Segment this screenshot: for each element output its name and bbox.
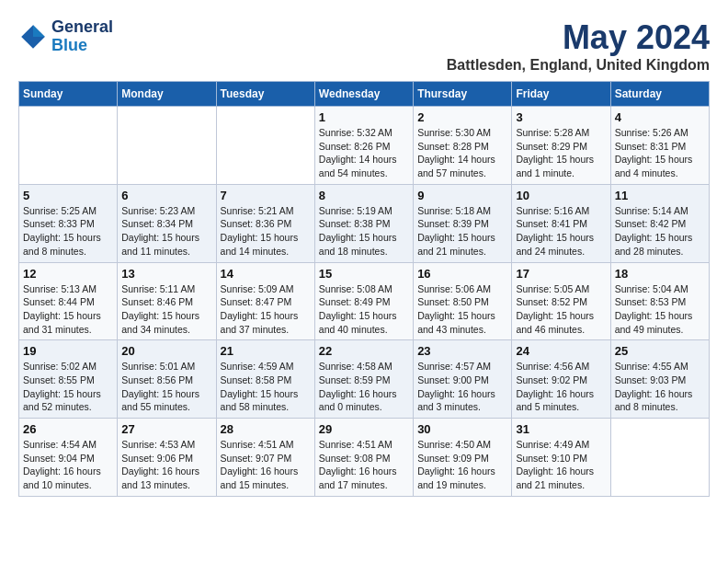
day-info: Sunrise: 5:18 AM Sunset: 8:39 PM Dayligh…: [417, 204, 507, 259]
day-info: Sunrise: 5:05 AM Sunset: 8:52 PM Dayligh…: [516, 282, 606, 337]
day-number: 16: [417, 267, 507, 281]
logo-icon: [18, 22, 48, 52]
day-info: Sunrise: 5:09 AM Sunset: 8:47 PM Dayligh…: [221, 282, 311, 337]
calendar-cell: 3Sunrise: 5:28 AM Sunset: 8:29 PM Daylig…: [512, 107, 610, 185]
day-info: Sunrise: 5:04 AM Sunset: 8:53 PM Dayligh…: [615, 282, 705, 337]
day-info: Sunrise: 4:51 AM Sunset: 9:08 PM Dayligh…: [319, 438, 409, 492]
calendar-cell: 4Sunrise: 5:26 AM Sunset: 8:31 PM Daylig…: [610, 107, 709, 185]
day-number: 20: [121, 344, 211, 358]
day-number: 2: [417, 110, 507, 124]
day-number: 18: [615, 267, 705, 281]
day-number: 24: [516, 344, 606, 358]
day-number: 15: [319, 267, 409, 281]
day-number: 6: [121, 189, 211, 202]
calendar-cell: 28Sunrise: 4:51 AM Sunset: 9:07 PM Dayli…: [216, 419, 314, 497]
calendar-cell: [118, 107, 216, 185]
calendar-cell: 11Sunrise: 5:14 AM Sunset: 8:42 PM Dayli…: [610, 184, 709, 262]
calendar-cell: 5Sunrise: 5:25 AM Sunset: 8:33 PM Daylig…: [19, 184, 118, 262]
day-info: Sunrise: 4:57 AM Sunset: 9:00 PM Dayligh…: [417, 360, 507, 414]
day-number: 27: [121, 422, 211, 436]
day-of-week-header: Thursday: [414, 82, 512, 107]
calendar-week-row: 12Sunrise: 5:13 AM Sunset: 8:44 PM Dayli…: [19, 262, 710, 340]
calendar-cell: 26Sunrise: 4:54 AM Sunset: 9:04 PM Dayli…: [19, 419, 118, 497]
day-info: Sunrise: 4:50 AM Sunset: 9:09 PM Dayligh…: [417, 438, 507, 492]
calendar-cell: 15Sunrise: 5:08 AM Sunset: 8:49 PM Dayli…: [314, 262, 413, 340]
day-number: 8: [319, 189, 409, 202]
day-of-week-header: Friday: [512, 82, 610, 107]
day-number: 21: [221, 344, 311, 358]
calendar-cell: [19, 107, 118, 185]
calendar-cell: 22Sunrise: 4:58 AM Sunset: 8:59 PM Dayli…: [314, 340, 413, 419]
calendar-cell: [610, 419, 709, 497]
day-info: Sunrise: 5:30 AM Sunset: 8:28 PM Dayligh…: [417, 126, 507, 180]
calendar-cell: 30Sunrise: 4:50 AM Sunset: 9:09 PM Dayli…: [414, 419, 512, 497]
day-info: Sunrise: 5:25 AM Sunset: 8:33 PM Dayligh…: [23, 204, 113, 259]
day-number: 28: [221, 422, 311, 436]
calendar-cell: 8Sunrise: 5:19 AM Sunset: 8:38 PM Daylig…: [314, 184, 413, 262]
day-of-week-header: Tuesday: [216, 82, 314, 107]
calendar-cell: [216, 107, 314, 185]
day-info: Sunrise: 5:32 AM Sunset: 8:26 PM Dayligh…: [319, 126, 409, 180]
day-info: Sunrise: 4:59 AM Sunset: 8:58 PM Dayligh…: [221, 360, 311, 414]
day-number: 30: [417, 422, 507, 436]
calendar-cell: 31Sunrise: 4:49 AM Sunset: 9:10 PM Dayli…: [512, 419, 610, 497]
page-header: General Blue May 2024 Battlesden, Englan…: [18, 18, 710, 74]
calendar-cell: 16Sunrise: 5:06 AM Sunset: 8:50 PM Dayli…: [414, 262, 512, 340]
calendar-cell: 17Sunrise: 5:05 AM Sunset: 8:52 PM Dayli…: [512, 262, 610, 340]
day-number: 14: [221, 267, 311, 281]
calendar-week-row: 19Sunrise: 5:02 AM Sunset: 8:55 PM Dayli…: [19, 340, 710, 419]
day-number: 4: [615, 110, 705, 124]
day-of-week-header: Monday: [118, 82, 216, 107]
day-of-week-header: Saturday: [610, 82, 709, 107]
day-info: Sunrise: 5:14 AM Sunset: 8:42 PM Dayligh…: [615, 204, 705, 259]
day-number: 17: [516, 267, 606, 281]
day-number: 3: [516, 110, 606, 124]
calendar-cell: 20Sunrise: 5:01 AM Sunset: 8:56 PM Dayli…: [118, 340, 216, 419]
calendar-week-row: 26Sunrise: 4:54 AM Sunset: 9:04 PM Dayli…: [19, 419, 710, 497]
day-of-week-header: Sunday: [19, 82, 118, 107]
calendar-cell: 1Sunrise: 5:32 AM Sunset: 8:26 PM Daylig…: [314, 107, 413, 185]
day-info: Sunrise: 5:13 AM Sunset: 8:44 PM Dayligh…: [23, 282, 113, 337]
day-number: 9: [417, 189, 507, 202]
day-info: Sunrise: 5:01 AM Sunset: 8:56 PM Dayligh…: [121, 360, 211, 414]
day-number: 12: [23, 267, 113, 281]
calendar-cell: 21Sunrise: 4:59 AM Sunset: 8:58 PM Dayli…: [216, 340, 314, 419]
day-info: Sunrise: 4:58 AM Sunset: 8:59 PM Dayligh…: [319, 360, 409, 414]
day-number: 31: [516, 422, 606, 436]
calendar-cell: 14Sunrise: 5:09 AM Sunset: 8:47 PM Dayli…: [216, 262, 314, 340]
logo: General Blue: [18, 18, 113, 55]
day-info: Sunrise: 5:11 AM Sunset: 8:46 PM Dayligh…: [121, 282, 211, 337]
day-number: 22: [319, 344, 409, 358]
day-info: Sunrise: 5:06 AM Sunset: 8:50 PM Dayligh…: [417, 282, 507, 337]
day-info: Sunrise: 5:26 AM Sunset: 8:31 PM Dayligh…: [615, 126, 705, 180]
day-info: Sunrise: 4:51 AM Sunset: 9:07 PM Dayligh…: [221, 438, 311, 492]
calendar-cell: 19Sunrise: 5:02 AM Sunset: 8:55 PM Dayli…: [19, 340, 118, 419]
day-info: Sunrise: 5:23 AM Sunset: 8:34 PM Dayligh…: [121, 204, 211, 259]
day-info: Sunrise: 5:02 AM Sunset: 8:55 PM Dayligh…: [23, 360, 113, 414]
day-number: 25: [615, 344, 705, 358]
calendar-cell: 27Sunrise: 4:53 AM Sunset: 9:06 PM Dayli…: [118, 419, 216, 497]
calendar-body: 1Sunrise: 5:32 AM Sunset: 8:26 PM Daylig…: [19, 107, 710, 497]
calendar-cell: 10Sunrise: 5:16 AM Sunset: 8:41 PM Dayli…: [512, 184, 610, 262]
day-info: Sunrise: 5:16 AM Sunset: 8:41 PM Dayligh…: [516, 204, 606, 259]
day-info: Sunrise: 5:19 AM Sunset: 8:38 PM Dayligh…: [319, 204, 409, 259]
subtitle: Battlesden, England, United Kingdom: [447, 57, 710, 74]
day-info: Sunrise: 4:54 AM Sunset: 9:04 PM Dayligh…: [23, 438, 113, 492]
day-info: Sunrise: 4:53 AM Sunset: 9:06 PM Dayligh…: [121, 438, 211, 492]
day-info: Sunrise: 4:56 AM Sunset: 9:02 PM Dayligh…: [516, 360, 606, 414]
calendar-cell: 9Sunrise: 5:18 AM Sunset: 8:39 PM Daylig…: [414, 184, 512, 262]
calendar-cell: 13Sunrise: 5:11 AM Sunset: 8:46 PM Dayli…: [118, 262, 216, 340]
logo-text: General Blue: [51, 18, 113, 55]
calendar-week-row: 1Sunrise: 5:32 AM Sunset: 8:26 PM Daylig…: [19, 107, 710, 185]
day-info: Sunrise: 4:49 AM Sunset: 9:10 PM Dayligh…: [516, 438, 606, 492]
title-block: May 2024 Battlesden, England, United Kin…: [447, 18, 710, 74]
day-info: Sunrise: 5:28 AM Sunset: 8:29 PM Dayligh…: [516, 126, 606, 180]
day-info: Sunrise: 4:55 AM Sunset: 9:03 PM Dayligh…: [615, 360, 705, 414]
day-number: 5: [23, 189, 113, 202]
calendar-cell: 18Sunrise: 5:04 AM Sunset: 8:53 PM Dayli…: [610, 262, 709, 340]
day-number: 23: [417, 344, 507, 358]
svg-marker-1: [33, 25, 45, 37]
day-number: 11: [615, 189, 705, 202]
calendar-cell: 6Sunrise: 5:23 AM Sunset: 8:34 PM Daylig…: [118, 184, 216, 262]
day-number: 1: [319, 110, 409, 124]
